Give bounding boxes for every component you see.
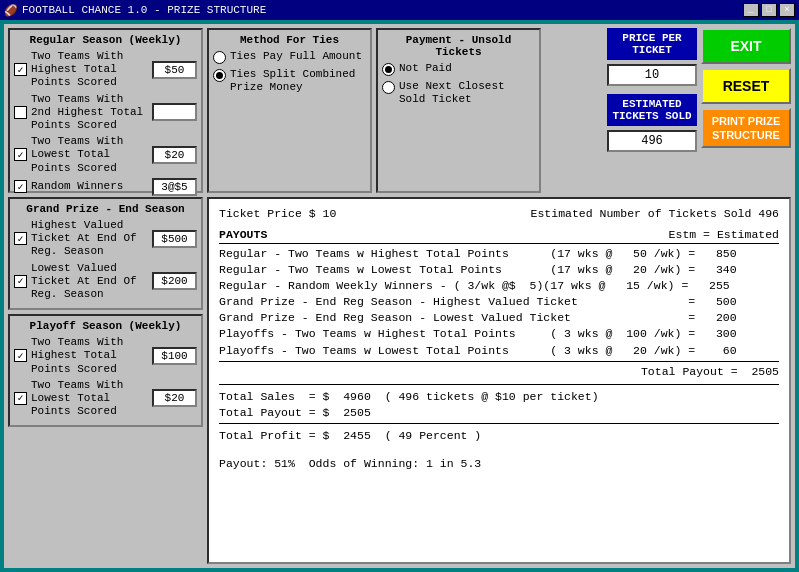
- estimated-tickets-label: ESTIMATED TICKETS SOLD: [607, 94, 697, 126]
- price-per-ticket-label: PRICE PER TICKET: [607, 28, 697, 60]
- title-bar: 🏈 FOOTBALL CHANCE 1.0 - PRIZE STRUCTURE …: [0, 0, 799, 20]
- ties-radio1[interactable]: [213, 51, 226, 64]
- gp-check2[interactable]: ✓: [14, 275, 27, 288]
- title-bar-text: FOOTBALL CHANCE 1.0 - PRIZE STRUCTURE: [22, 4, 266, 16]
- po-input2[interactable]: [152, 389, 197, 407]
- total-payout-line: Total Payout = $ 2505: [219, 405, 779, 421]
- app-icon: 🏈: [4, 4, 18, 17]
- reg-check4[interactable]: ✓: [14, 180, 27, 193]
- grand-prize-title: Grand Prize - End Season: [14, 203, 197, 215]
- gp-label2: Lowest Valued Ticket At End Of Reg. Seas…: [31, 262, 148, 302]
- grand-prize-panel: Grand Prize - End Season ✓ Highest Value…: [8, 197, 203, 310]
- payout-odds-line: Payout: 51% Odds of Winning: 1 in 5.3: [219, 456, 779, 472]
- title-bar-buttons[interactable]: _ □ ×: [743, 3, 795, 17]
- reg-input1[interactable]: [152, 61, 197, 79]
- regular-season-title: Regular Season (Weekly): [14, 34, 197, 46]
- action-buttons: EXIT RESET PRINT PRIZESTRUCTURE: [701, 28, 791, 193]
- minimize-button[interactable]: _: [743, 3, 759, 17]
- reset-button[interactable]: RESET: [701, 68, 791, 104]
- main-content: Regular Season (Weekly) ✓ Two Teams With…: [4, 24, 795, 568]
- po-label1: Two Teams With Highest Total Points Scor…: [31, 336, 148, 376]
- right-controls: PRICE PER TICKET ESTIMATED TICKETS SOLD …: [607, 28, 791, 193]
- reg-check1[interactable]: ✓: [14, 63, 27, 76]
- total-payout-right: Total Payout = 2505: [219, 364, 779, 380]
- playoff-title: Playoff Season (Weekly): [14, 320, 197, 332]
- regular-season-panel: Regular Season (Weekly) ✓ Two Teams With…: [8, 28, 203, 193]
- po-item1: ✓ Two Teams With Highest Total Points Sc…: [14, 336, 197, 376]
- title-bar-left: 🏈 FOOTBALL CHANCE 1.0 - PRIZE STRUCTURE: [4, 4, 266, 17]
- reg-input4[interactable]: [152, 178, 197, 196]
- ties-panel: Method For Ties Ties Pay Full Amount Tie…: [207, 28, 372, 193]
- payment-radio1[interactable]: [382, 63, 395, 76]
- top-row: Regular Season (Weekly) ✓ Two Teams With…: [8, 28, 791, 193]
- output-line-2: Regular - Two Teams w Lowest Total Point…: [219, 262, 779, 278]
- payment-title: Payment - Unsold Tickets: [382, 34, 535, 58]
- reg-check2[interactable]: [14, 106, 27, 119]
- payment-radio2[interactable]: [382, 81, 395, 94]
- payment-option1: Not Paid: [382, 62, 535, 76]
- estimated-tickets-input[interactable]: [607, 130, 697, 152]
- reg-input2[interactable]: [152, 103, 197, 121]
- reg-check3[interactable]: ✓: [14, 148, 27, 161]
- reg-label4: Random Winners: [31, 180, 123, 193]
- ties-label1: Ties Pay Full Amount: [230, 50, 362, 63]
- price-per-ticket-input[interactable]: [607, 64, 697, 86]
- ticket-price-display: Ticket Price $ 10: [219, 207, 336, 220]
- total-profit-line: Total Profit = $ 2455 ( 49 Percent ): [219, 428, 779, 444]
- po-check2[interactable]: ✓: [14, 392, 27, 405]
- payouts-label: PAYOUTS: [219, 228, 267, 241]
- reg-item4: ✓ Random Winners: [14, 178, 197, 196]
- ties-label2: Ties Split Combined Prize Money: [230, 68, 366, 94]
- estm-label: Estm = Estimated: [669, 228, 779, 241]
- output-line-5: Grand Prize - End Reg Season - Lowest Va…: [219, 310, 779, 326]
- gp-item1: ✓ Highest Valued Ticket At End Of Reg. S…: [14, 219, 197, 259]
- ties-option2: Ties Split Combined Prize Money: [213, 68, 366, 94]
- exit-button[interactable]: EXIT: [701, 28, 791, 64]
- gp-input1[interactable]: [152, 230, 197, 248]
- output-line-7: Playoffs - Two Teams w Lowest Total Poin…: [219, 343, 779, 359]
- left-panels: Grand Prize - End Season ✓ Highest Value…: [8, 197, 203, 564]
- payment-option2: Use Next Closest Sold Ticket: [382, 80, 535, 106]
- output-area: Ticket Price $ 10 Estimated Number of Ti…: [207, 197, 791, 564]
- reg-label3: Two Teams With Lowest Total Points Score…: [31, 135, 148, 175]
- payment-label2: Use Next Closest Sold Ticket: [399, 80, 535, 106]
- output-line-4: Grand Prize - End Reg Season - Highest V…: [219, 294, 779, 310]
- po-item2: ✓ Two Teams With Lowest Total Points Sco…: [14, 379, 197, 419]
- gp-item2: ✓ Lowest Valued Ticket At End Of Reg. Se…: [14, 262, 197, 302]
- price-tickets-col: PRICE PER TICKET ESTIMATED TICKETS SOLD: [607, 28, 697, 193]
- reg-input3[interactable]: [152, 146, 197, 164]
- reg-label1: Two Teams With Highest Total Points Scor…: [31, 50, 148, 90]
- po-label2: Two Teams With Lowest Total Points Score…: [31, 379, 148, 419]
- reg-item2: Two Teams With 2nd Highest Total Points …: [14, 93, 197, 133]
- reg-item3: ✓ Two Teams With Lowest Total Points Sco…: [14, 135, 197, 175]
- ties-title: Method For Ties: [213, 34, 366, 46]
- po-check1[interactable]: ✓: [14, 349, 27, 362]
- reg-item1: ✓ Two Teams With Highest Total Points Sc…: [14, 50, 197, 90]
- gp-label1: Highest Valued Ticket At End Of Reg. Sea…: [31, 219, 148, 259]
- close-button[interactable]: ×: [779, 3, 795, 17]
- ties-radio2[interactable]: [213, 69, 226, 82]
- payment-panel: Payment - Unsold Tickets Not Paid Use Ne…: [376, 28, 541, 193]
- gp-input2[interactable]: [152, 272, 197, 290]
- payment-label1: Not Paid: [399, 62, 452, 75]
- output-line-3: Regular - Random Weekly Winners - ( 3/wk…: [219, 278, 779, 294]
- gp-check1[interactable]: ✓: [14, 232, 27, 245]
- output-line-6: Playoffs - Two Teams w Highest Total Poi…: [219, 326, 779, 342]
- middle-row: Grand Prize - End Season ✓ Highest Value…: [8, 197, 791, 564]
- maximize-button[interactable]: □: [761, 3, 777, 17]
- po-input1[interactable]: [152, 347, 197, 365]
- output-line-1: Regular - Two Teams w Highest Total Poin…: [219, 246, 779, 262]
- print-button[interactable]: PRINT PRIZESTRUCTURE: [701, 108, 791, 148]
- total-sales-line: Total Sales = $ 4960 ( 496 tickets @ $10…: [219, 389, 779, 405]
- ties-option1: Ties Pay Full Amount: [213, 50, 366, 64]
- estimated-sold-display: Estimated Number of Tickets Sold 496: [531, 207, 779, 220]
- playoff-panel: Playoff Season (Weekly) ✓ Two Teams With…: [8, 314, 203, 427]
- reg-label2: Two Teams With 2nd Highest Total Points …: [31, 93, 148, 133]
